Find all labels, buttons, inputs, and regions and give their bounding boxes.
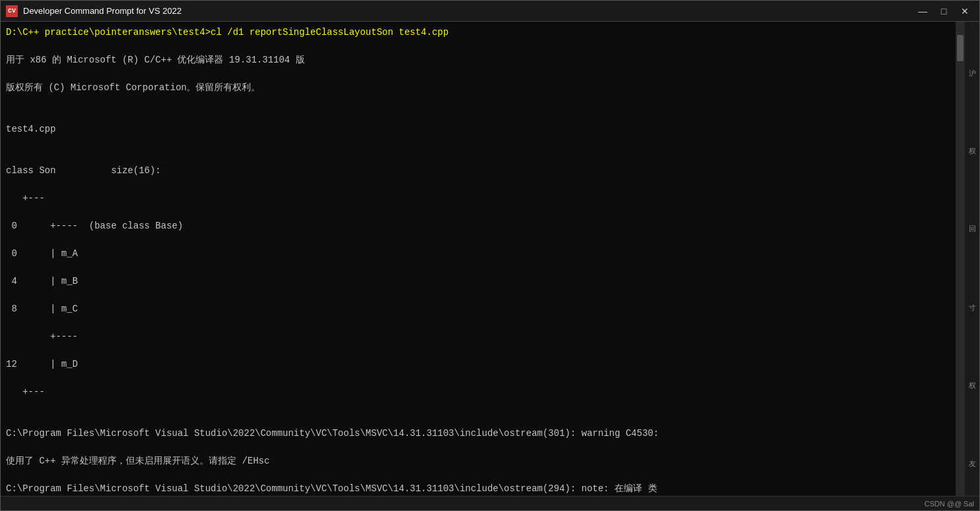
statusbar-text: CSDN @@ Sal <box>924 500 974 508</box>
statusbar: CSDN @@ Sal <box>1 496 979 510</box>
close-button[interactable]: ✕ <box>956 5 974 18</box>
window-title: Developer Command Prompt for VS 2022 <box>23 6 913 16</box>
window: cv Developer Command Prompt for VS 2022 … <box>0 0 980 511</box>
terminal-output[interactable]: D:\C++ practice\pointeranswers\test4>cl … <box>1 22 956 496</box>
window-controls: — □ ✕ <box>913 5 974 18</box>
main-area: D:\C++ practice\pointeranswers\test4>cl … <box>1 22 979 496</box>
app-icon: cv <box>6 5 18 17</box>
right-sidebar: 沪权回寸权友 <box>965 22 979 496</box>
minimize-button[interactable]: — <box>913 5 932 18</box>
scrollbar-thumb[interactable] <box>957 35 964 61</box>
titlebar: cv Developer Command Prompt for VS 2022 … <box>1 1 979 22</box>
maximize-button[interactable]: □ <box>935 5 953 18</box>
scrollbar[interactable] <box>956 22 965 496</box>
